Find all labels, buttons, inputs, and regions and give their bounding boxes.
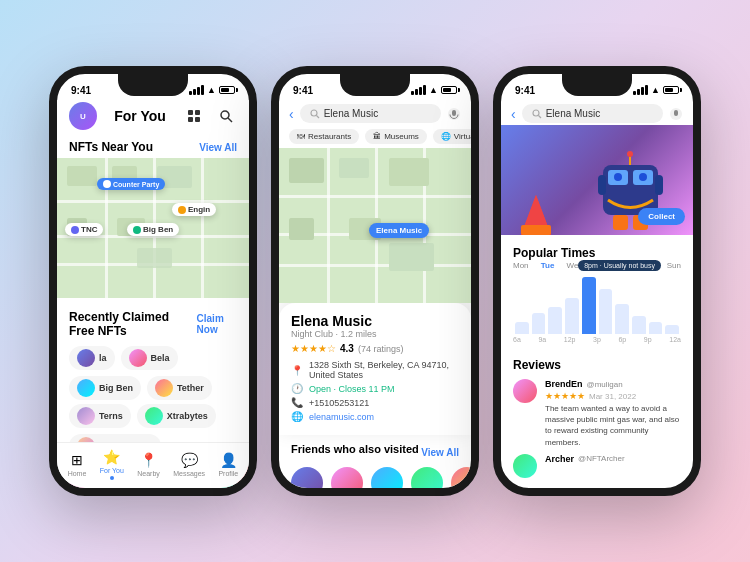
chart-bar bbox=[599, 289, 613, 334]
day-mon: Mon bbox=[513, 261, 529, 270]
mic-icon-3[interactable] bbox=[669, 107, 683, 121]
hours-row: 🕐 Open · Closes 11 PM bbox=[291, 383, 459, 394]
svg-rect-3 bbox=[195, 117, 200, 122]
battery-icon-1 bbox=[219, 86, 235, 94]
svg-point-4 bbox=[221, 111, 229, 119]
nft-list bbox=[57, 298, 249, 306]
website-text: elenamusic.com bbox=[309, 412, 374, 422]
review-date: Mar 31, 2022 bbox=[589, 392, 636, 401]
nav-for-you[interactable]: ⭐ For You bbox=[100, 449, 124, 480]
chart-bar bbox=[649, 322, 663, 334]
svg-rect-27 bbox=[521, 225, 551, 235]
reviewer-name: BrendEn bbox=[545, 379, 583, 389]
chart-bar bbox=[565, 298, 579, 334]
chart-labels: 6a 9a 12p 3p 6p 9p 12a bbox=[513, 336, 681, 343]
friend-avatar bbox=[371, 467, 403, 488]
back-button-3[interactable]: ‹ bbox=[511, 106, 516, 122]
review-item-2: Archer @NFTArcher bbox=[513, 454, 681, 478]
counter-party-pin: Counter Party bbox=[97, 178, 165, 190]
filter-virtual[interactable]: 🌐Virtual World bbox=[433, 129, 471, 144]
wifi-icon-1: ▲ bbox=[207, 85, 216, 95]
chart-bar bbox=[532, 313, 546, 334]
wifi-icon-3: ▲ bbox=[651, 85, 660, 95]
nfts-section-header: NFTs Near You View All bbox=[57, 136, 249, 158]
search-bar-3[interactable]: Elena Music bbox=[522, 104, 663, 123]
chart-bar bbox=[665, 325, 679, 334]
review-stars: ★★★★★ bbox=[545, 391, 585, 401]
big-ben-pin: Big Ben bbox=[127, 223, 179, 236]
svg-rect-1 bbox=[195, 110, 200, 115]
svg-rect-17 bbox=[613, 215, 628, 230]
address-text: 1328 Sixth St, Berkeley, CA 94710, Unite… bbox=[309, 360, 459, 380]
friend-avatar bbox=[451, 467, 471, 488]
search-row-2: ‹ Elena Music bbox=[279, 100, 471, 127]
claimed-title: Recently Claimed Free NFTs bbox=[69, 310, 197, 338]
avatar[interactable]: U bbox=[69, 102, 97, 130]
friends-section: Friends who also visited View All DRHKvm… bbox=[279, 435, 471, 488]
nav-profile[interactable]: 👤 Profile bbox=[218, 452, 238, 477]
nfts-view-all[interactable]: View All bbox=[199, 142, 237, 153]
map-area: Counter Party TNC Big Ben Engin bbox=[57, 158, 249, 298]
elena-music-pin: Elena Music bbox=[369, 223, 429, 238]
time-2: 9:41 bbox=[293, 85, 313, 96]
svg-line-5 bbox=[228, 118, 232, 122]
review-item: BrendEn @muligan ★★★★★ Mar 31, 2022 The … bbox=[513, 379, 681, 448]
header-icons bbox=[183, 105, 237, 127]
svg-rect-21 bbox=[598, 175, 606, 195]
reviewer-handle-2: @NFTArcher bbox=[578, 454, 625, 463]
filter-chips: 🍽Restaurants 🏛Museums 🌐Virtual World bbox=[279, 127, 471, 148]
search-text-2: Elena Music bbox=[324, 108, 378, 119]
reviewer-avatar-2 bbox=[513, 454, 537, 478]
reviewer-name-2: Archer bbox=[545, 454, 574, 464]
signal-icon-1 bbox=[189, 85, 204, 95]
search-row-3: ‹ Elena Music bbox=[501, 100, 693, 125]
phone-3: 9:41 ▲ ‹ bbox=[493, 66, 701, 496]
map-area-2: Elena Music bbox=[279, 148, 471, 303]
time-3: 9:41 bbox=[515, 85, 535, 96]
svg-rect-13 bbox=[674, 110, 678, 116]
phone-2: 9:41 ▲ ‹ bbox=[271, 66, 479, 496]
search-icon[interactable] bbox=[215, 105, 237, 127]
popular-section: Popular Times Mon Tue Wed Thu Fri Sat Su… bbox=[501, 235, 693, 347]
review-text: The team wanted a way to avoid a massive… bbox=[545, 403, 681, 448]
cone-left bbox=[521, 195, 551, 235]
tnc-pin: TNC bbox=[65, 223, 103, 236]
list-item: la bbox=[69, 346, 115, 370]
nav-nearby[interactable]: 📍 Nearby bbox=[137, 452, 160, 477]
list-item: Bela bbox=[121, 346, 178, 370]
svg-line-11 bbox=[538, 115, 541, 118]
friends-row: DRHKvm Mike Rundle #aire Rasmus bbox=[291, 467, 459, 488]
reviewer-handle: @muligan bbox=[587, 380, 623, 389]
back-button[interactable]: ‹ bbox=[289, 106, 294, 122]
clock-icon: 🕐 bbox=[291, 383, 303, 394]
place-card: Elena Music Night Club · 1.2 miles ★★★★☆… bbox=[279, 303, 471, 435]
grid-icon[interactable] bbox=[183, 105, 205, 127]
list-item: BrendGr bbox=[451, 467, 471, 488]
phone1-header: U For You bbox=[57, 100, 249, 136]
friends-title: Friends who also visited bbox=[291, 443, 419, 455]
bottom-nav: ⊞ Home ⭐ For You 📍 Nearby 💬 Messages bbox=[57, 442, 249, 488]
nav-home[interactable]: ⊞ Home bbox=[68, 452, 87, 477]
list-item: Tether bbox=[147, 376, 212, 400]
collect-button[interactable]: Collect bbox=[638, 208, 685, 225]
busy-label: 8pm · Usually not busy bbox=[578, 260, 661, 271]
popular-title: Popular Times bbox=[513, 246, 595, 260]
nav-messages[interactable]: 💬 Messages bbox=[173, 452, 205, 477]
svg-point-19 bbox=[614, 173, 622, 181]
mic-icon[interactable] bbox=[447, 107, 461, 121]
notch-1 bbox=[118, 74, 188, 96]
search-bar-2[interactable]: Elena Music bbox=[300, 104, 441, 123]
claimed-section: Recently Claimed Free NFTs Claim Now la … bbox=[57, 306, 249, 462]
filter-restaurants[interactable]: 🍽Restaurants bbox=[289, 129, 359, 144]
svg-rect-0 bbox=[188, 110, 193, 115]
website-row: 🌐 elenamusic.com bbox=[291, 411, 459, 422]
claim-now[interactable]: Claim Now bbox=[197, 313, 237, 335]
location-icon: 📍 bbox=[291, 365, 303, 376]
review-content: BrendEn @muligan ★★★★★ Mar 31, 2022 The … bbox=[545, 379, 681, 448]
filter-museums[interactable]: 🏛Museums bbox=[365, 129, 427, 144]
status-icons-3: ▲ bbox=[633, 85, 679, 95]
friends-view-all[interactable]: View All bbox=[421, 447, 459, 458]
chart-bar bbox=[615, 304, 629, 334]
nfts-title: NFTs Near You bbox=[69, 140, 153, 154]
list-item: Mike Rundle bbox=[331, 467, 363, 488]
